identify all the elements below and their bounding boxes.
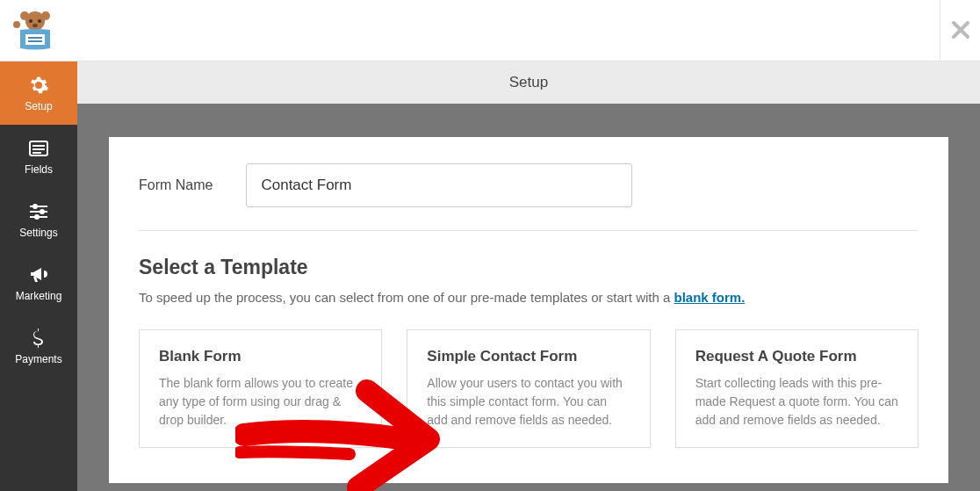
gear-icon (28, 74, 49, 97)
svg-point-5 (32, 24, 38, 27)
setup-card: Form Name Select a Template To speed up … (109, 137, 948, 483)
megaphone-icon (28, 264, 49, 286)
sidebar-item-label: Payments (15, 353, 61, 365)
svg-rect-12 (32, 148, 45, 150)
sliders-icon (28, 200, 49, 223)
close-icon (952, 17, 969, 45)
svg-point-15 (32, 204, 38, 209)
page-title-bar: Setup (77, 61, 980, 104)
svg-point-1 (20, 11, 29, 20)
form-name-input[interactable] (246, 163, 632, 207)
svg-point-19 (34, 214, 40, 220)
close-button[interactable] (940, 0, 980, 61)
top-bar (0, 0, 980, 61)
sidebar-item-settings[interactable]: Settings (0, 188, 77, 251)
template-desc: Start collecting leads with this pre-mad… (695, 374, 898, 430)
sidebar-item-label: Setup (25, 100, 52, 112)
form-name-label: Form Name (139, 177, 213, 193)
template-request-quote-form[interactable]: Request A Quote Form Start collecting le… (675, 329, 919, 448)
template-desc: Allow your users to contact you with thi… (427, 374, 630, 430)
sidebar-item-label: Fields (25, 163, 53, 176)
svg-rect-6 (25, 34, 45, 45)
sidebar-item-label: Settings (19, 227, 57, 239)
sidebar-item-fields[interactable]: Fields (0, 125, 77, 188)
template-title: Simple Contact Form (427, 348, 630, 365)
svg-rect-13 (32, 152, 41, 154)
template-desc: The blank form allows you to create any … (159, 374, 362, 430)
page-title: Setup (509, 74, 548, 91)
template-description: To speed up the process, you can select … (139, 290, 919, 305)
svg-point-4 (38, 19, 41, 23)
svg-point-3 (29, 19, 32, 23)
blank-form-link[interactable]: blank form. (674, 290, 745, 305)
template-simple-contact-form[interactable]: Simple Contact Form Allow your users to … (407, 329, 650, 448)
main-area: Setup Form Name Select a Template To spe… (77, 61, 980, 491)
list-icon (28, 137, 49, 160)
template-heading: Select a Template (139, 256, 919, 279)
template-title: Blank Form (159, 348, 362, 365)
template-title: Request A Quote Form (695, 348, 898, 365)
sidebar: Setup Fields Settings Marketing Payments (0, 61, 77, 491)
sidebar-item-setup[interactable]: Setup (0, 61, 77, 125)
svg-point-17 (40, 209, 45, 214)
svg-point-2 (41, 11, 50, 20)
dollar-icon (32, 327, 46, 350)
svg-rect-11 (32, 145, 45, 147)
wpforms-logo (13, 9, 57, 53)
template-grid: Blank Form The blank form allows you to … (139, 329, 919, 448)
sidebar-item-marketing[interactable]: Marketing (0, 251, 77, 314)
sidebar-item-label: Marketing (16, 290, 62, 302)
template-blank-form[interactable]: Blank Form The blank form allows you to … (139, 329, 382, 448)
sidebar-item-payments[interactable]: Payments (0, 314, 77, 378)
svg-point-9 (13, 21, 20, 28)
